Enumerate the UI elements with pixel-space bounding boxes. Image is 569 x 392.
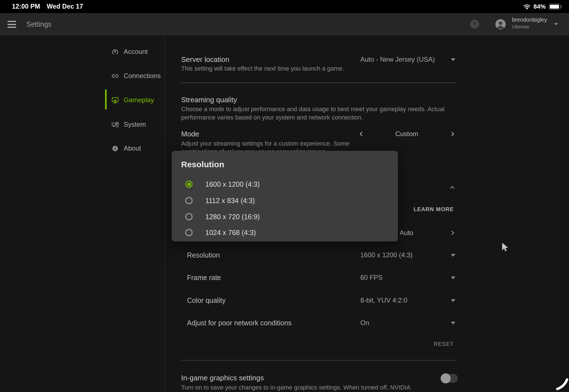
link-icon [111,72,119,80]
sidebar-item-about[interactable]: About [111,143,141,153]
option-label: 1600 x 1200 (4:3) [205,180,260,188]
server-location-row: Server location Auto - New Jersey (USA) [181,54,457,64]
frame-rate-value[interactable]: 60 FPS [360,274,383,281]
resolution-label: Resolution [187,251,220,259]
network-conditions-row: Adjust for poor network conditions On [181,318,457,328]
corner-swoosh-decoration [551,375,569,392]
sidebar-item-system[interactable]: System [111,119,146,129]
dropdown-caret-icon[interactable] [451,58,455,61]
frame-rate-row: Frame rate 60 FPS [181,273,457,283]
learn-more-button[interactable]: LEARN MORE [414,206,454,213]
hamburger-icon [8,21,16,28]
dropdown-caret-icon[interactable] [451,254,455,257]
reset-button[interactable]: RESET [434,341,454,347]
sidebar-item-label: Gameplay [124,96,154,104]
mouse-cursor [500,242,510,253]
radio-icon [185,181,193,188]
toggle-knob [441,373,451,383]
dropdown-caret-icon[interactable] [451,299,455,302]
page-title: Settings [26,13,51,36]
mode-description-line1: Adjust your streaming settings for a cus… [181,139,349,148]
resolution-row: Resolution 1600 x 1200 (4:3) [181,250,457,260]
color-quality-value[interactable]: 8-bit, YUV 4:2:0 [360,296,407,304]
in-game-toggle[interactable] [441,374,458,383]
question-icon: ? [473,21,476,27]
help-button[interactable]: ? [470,20,479,29]
streaming-quality-title: Streaming quality [181,96,237,104]
server-location-value[interactable]: Auto - New Jersey (USA) [360,56,435,63]
sidebar-item-account[interactable]: Account [111,47,148,57]
active-item-indicator [105,89,107,109]
sidebar-item-label: System [124,121,146,128]
status-time: 12:00 PM [12,3,40,10]
chevron-down-icon[interactable] [554,23,558,25]
sidebar-item-connections[interactable]: Connections [111,71,161,81]
server-location-description: This setting will take effect the next t… [181,64,344,73]
streaming-quality-description: Choose a mode to adjust performance and … [181,105,452,122]
radio-icon [185,213,193,220]
sidebar-item-label: About [124,144,141,152]
mode-row: Mode Custom [181,129,457,139]
popup-title: Resolution [181,160,224,169]
auto-value: Auto [400,229,413,237]
status-bar: 12:00 PM Wed Dec 17 84% [0,0,569,13]
dropdown-caret-icon[interactable] [451,276,455,279]
radio-icon [185,229,193,236]
resolution-popup: Resolution 1600 x 1200 (4:3) 1112 x 834 … [172,151,398,241]
option-label: 1024 x 768 (4:3) [205,229,256,237]
chevron-right-icon[interactable] [450,230,455,235]
mode-value: Custom [395,130,418,138]
gameplay-monitor-icon [111,96,119,104]
frame-rate-label: Frame rate [187,274,221,282]
sidebar-divider [164,36,165,392]
network-conditions-value[interactable]: On [360,319,369,327]
dropdown-caret-icon[interactable] [451,322,455,324]
resolution-option-1024x768[interactable]: 1024 x 768 (4:3) [185,228,256,238]
person-icon [495,19,506,29]
section-divider [181,83,457,83]
battery-icon [549,4,561,10]
section-divider [181,360,457,361]
option-label: 1280 x 720 (16:9) [205,213,260,221]
user-tier: Ultimate [512,24,529,30]
server-location-label: Server location [181,55,229,64]
avatar[interactable] [495,19,506,29]
in-game-settings-row: In-game graphics settings [181,373,457,383]
wifi-icon [523,4,530,9]
network-conditions-label: Adjust for poor network conditions [187,319,292,327]
chevron-up-icon[interactable] [450,185,455,190]
option-label: 1112 x 834 (4:3) [205,197,255,205]
streaming-quality-header: Streaming quality [181,95,457,105]
color-quality-row: Color quality 8-bit, YUV 4:2:0 [181,295,457,305]
settings-screen: 12:00 PM Wed Dec 17 84% [0,0,569,392]
menu-button[interactable] [8,21,16,28]
chevron-left-icon[interactable] [359,131,364,136]
in-game-settings-description: Turn on to save your changes to in-game … [181,383,410,392]
in-game-settings-label: In-game graphics settings [181,374,264,382]
resolution-value[interactable]: 1600 x 1200 (4:3) [360,251,413,259]
resolution-option-1280x720[interactable]: 1280 x 720 (16:9) [185,212,260,222]
account-icon [111,48,119,56]
user-name[interactable]: brendonbigley [512,17,547,23]
sidebar-item-gameplay[interactable]: Gameplay [111,95,154,105]
color-quality-label: Color quality [187,296,226,304]
sidebar-item-label: Connections [124,72,161,80]
app-header: Settings ? [0,13,569,36]
status-date: Wed Dec 17 [47,3,83,10]
info-icon [111,145,119,152]
resolution-option-1112x834[interactable]: 1112 x 834 (4:3) [185,196,255,206]
system-devices-icon [111,121,119,128]
resolution-option-1600x1200[interactable]: 1600 x 1200 (4:3) [185,179,260,189]
sidebar-item-label: Account [124,48,148,56]
chevron-right-icon[interactable] [450,131,455,136]
mode-label: Mode [181,130,199,138]
radio-icon [185,197,193,204]
battery-percent: 84% [533,3,546,10]
